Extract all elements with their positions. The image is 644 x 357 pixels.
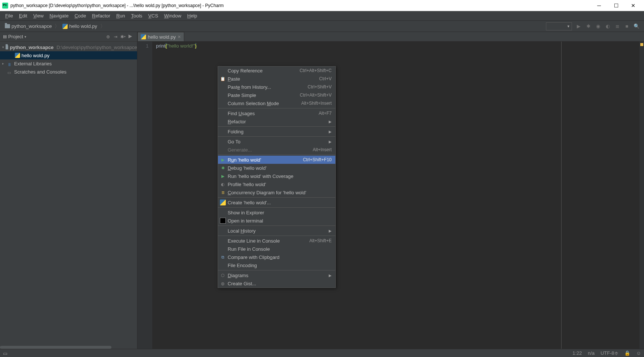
clip-icon: 📋 xyxy=(220,76,226,82)
profile-button[interactable]: ◐ xyxy=(603,22,612,31)
context-menu-file-encoding[interactable]: File Encoding xyxy=(218,261,335,269)
context-menu-create-hello-wold[interactable]: Create 'hello wold'... xyxy=(218,198,335,207)
play-icon: ▶ xyxy=(220,157,226,163)
menubar: FileEditViewNavigateCodeRefactorRunTools… xyxy=(0,11,644,21)
editor-area: hello wold.py ✕ 1 print("hello world!") xyxy=(137,32,644,349)
maximize-button[interactable]: ☐ xyxy=(608,0,625,11)
menu-code[interactable]: Code xyxy=(72,12,89,20)
py-icon xyxy=(220,199,226,205)
project-panel-header: ▤ Project ▾ ⊕ ⇥ ✱▾ ⯈ xyxy=(0,32,137,42)
cov-icon: ▶ xyxy=(220,173,226,179)
run-button[interactable]: ▶ xyxy=(574,22,583,31)
context-menu-run-hello-wold[interactable]: ▶Run 'hello wold'Ctrl+Shift+F10 xyxy=(218,156,335,164)
context-menu-profile-hello-wold[interactable]: ◐Profile 'hello wold' xyxy=(218,180,335,188)
context-menu-local-history[interactable]: Local History▶ xyxy=(218,227,335,235)
editor-tab[interactable]: hello wold.py ✕ xyxy=(137,32,184,41)
context-menu-execute-line-in-console[interactable]: Execute Line in ConsoleAlt+Shift+E xyxy=(218,237,335,245)
line-number: 1 xyxy=(137,43,149,49)
context-menu-generate: Generate...Alt+Insert xyxy=(218,146,335,154)
run-configuration-selector[interactable]: ▼ xyxy=(546,22,572,30)
editor-context-menu: Copy ReferenceCtrl+Alt+Shift+C📋PasteCtrl… xyxy=(218,66,336,288)
context-menu-diagrams[interactable]: ⬡Diagrams▶ xyxy=(218,271,335,279)
context-menu-refactor[interactable]: Refactor▶ xyxy=(218,117,335,126)
file-encoding[interactable]: UTF-8≑ xyxy=(601,350,618,356)
context-menu-go-to[interactable]: Go To▶ xyxy=(218,137,335,146)
context-menu-paste-simple[interactable]: Paste SimpleCtrl+Alt+Shift+V xyxy=(218,91,335,99)
close-tab-button[interactable]: ✕ xyxy=(178,35,181,39)
hide-panel-button[interactable]: ⯈ xyxy=(127,33,134,40)
menu-edit[interactable]: Edit xyxy=(16,12,30,20)
library-icon xyxy=(7,61,13,66)
concurrency-button[interactable]: ≣ xyxy=(613,22,622,31)
lock-icon[interactable]: 🔒 xyxy=(624,350,630,356)
stop-button[interactable]: ■ xyxy=(622,22,631,31)
context-menu-run-hello-wold-with-coverage[interactable]: ▶Run 'hello wold' with Coverage xyxy=(218,172,335,180)
menu-tools[interactable]: Tools xyxy=(128,12,145,20)
tree-scratches[interactable]: Scratches and Consoles xyxy=(0,68,137,76)
breadcrumb-project[interactable]: python_worksapce xyxy=(3,23,53,30)
context-menu-find-usages[interactable]: Find UsagesAlt+F7 xyxy=(218,109,335,117)
coverage-button[interactable]: ◉ xyxy=(593,22,602,31)
profile-icon: ◐ xyxy=(220,181,226,187)
project-tree: ▾ python_worksapce D:\develop\python\pyt… xyxy=(0,42,137,346)
term-icon xyxy=(220,218,226,224)
context-menu-separator xyxy=(218,197,335,198)
context-menu-separator xyxy=(218,126,335,127)
context-menu-column-selection-mode[interactable]: Column Selection ModeAlt+Shift+Insert xyxy=(218,99,335,107)
window-titlebar: python_worksapce [D:\develop\python\pyth… xyxy=(0,0,644,11)
locate-file-button[interactable]: ⊕ xyxy=(104,33,112,40)
window-title: python_worksapce [D:\develop\python\pyth… xyxy=(10,3,591,8)
search-everywhere-button[interactable]: 🔍 xyxy=(632,22,641,31)
context-menu-debug-hello-wold[interactable]: ✱Debug 'hello wold' xyxy=(218,164,335,172)
close-button[interactable]: ✕ xyxy=(625,0,642,11)
context-menu-paste-from-history[interactable]: Paste from History...Ctrl+Shift+V xyxy=(218,83,335,91)
context-menu-concurrency-diagram-for-hello-wold[interactable]: ≣Concurrency Diagram for 'hello wold' xyxy=(218,188,335,197)
menu-help[interactable]: Help xyxy=(184,12,200,20)
python-file-icon xyxy=(141,34,146,39)
menu-run[interactable]: Run xyxy=(113,12,128,20)
settings-button[interactable]: ✱▾ xyxy=(119,33,127,40)
line-separator[interactable]: n/a xyxy=(588,350,595,356)
python-file-icon xyxy=(15,53,20,58)
menu-navigate[interactable]: Navigate xyxy=(46,12,71,20)
warning-marker[interactable] xyxy=(640,43,643,46)
tree-external-libraries[interactable]: ▸ External Libraries xyxy=(0,59,137,68)
minimize-button[interactable]: ─ xyxy=(591,0,608,11)
compare-icon: ⧉ xyxy=(220,254,226,260)
breadcrumb-file-label: hello wold.py xyxy=(69,23,97,29)
breadcrumb-file[interactable]: hello wold.py xyxy=(61,23,99,30)
editor-marker-gutter xyxy=(640,42,644,349)
tree-project-root[interactable]: ▾ python_worksapce D:\develop\python\pyt… xyxy=(0,43,137,51)
inspector-icon[interactable]: ☺ xyxy=(636,350,641,356)
folder-icon xyxy=(5,24,10,28)
context-menu-folding[interactable]: Folding▶ xyxy=(218,127,335,136)
context-menu-paste[interactable]: 📋PasteCtrl+V xyxy=(218,75,335,83)
status-icon[interactable]: ▭ xyxy=(3,351,8,356)
menu-window[interactable]: Window xyxy=(161,12,184,20)
context-menu-show-in-explorer[interactable]: Show in Explorer xyxy=(218,208,335,217)
context-menu-open-in-terminal[interactable]: Open in terminal xyxy=(218,217,335,225)
menu-file[interactable]: File xyxy=(2,12,16,20)
editor-tab-label: hello wold.py xyxy=(148,34,176,40)
project-panel-title[interactable]: ▤ Project ▾ xyxy=(3,34,104,39)
context-menu-separator xyxy=(218,207,335,208)
menu-refactor[interactable]: Refactor xyxy=(89,12,113,20)
menu-vcs[interactable]: VCS xyxy=(145,12,161,20)
conc-icon: ≣ xyxy=(220,189,226,195)
tree-file-item[interactable]: hello wold.py xyxy=(0,51,137,59)
breadcrumb-separator: 〉 xyxy=(55,23,59,30)
debug-button[interactable]: ✱ xyxy=(584,22,593,31)
collapse-all-button[interactable]: ⇥ xyxy=(112,33,119,40)
menu-view[interactable]: View xyxy=(30,12,46,20)
editor-tabs: hello wold.py ✕ xyxy=(137,32,644,42)
context-menu-create-gist[interactable]: ◍Create Gist... xyxy=(218,279,335,288)
project-panel-scrollbar[interactable] xyxy=(0,346,137,349)
context-menu-compare-with-clipboard[interactable]: ⧉Compare with Clipboard xyxy=(218,253,335,261)
cursor-position[interactable]: 1:22 xyxy=(572,350,582,356)
editor-gutter: 1 xyxy=(137,42,152,349)
context-menu-separator xyxy=(218,108,335,108)
context-menu-run-file-in-console[interactable]: Run File in Console xyxy=(218,245,335,253)
project-panel: ▤ Project ▾ ⊕ ⇥ ✱▾ ⯈ ▾ python_worksapce … xyxy=(0,32,137,349)
code-editor[interactable]: print("hello world!") xyxy=(152,42,561,349)
context-menu-copy-reference[interactable]: Copy ReferenceCtrl+Alt+Shift+C xyxy=(218,66,335,75)
